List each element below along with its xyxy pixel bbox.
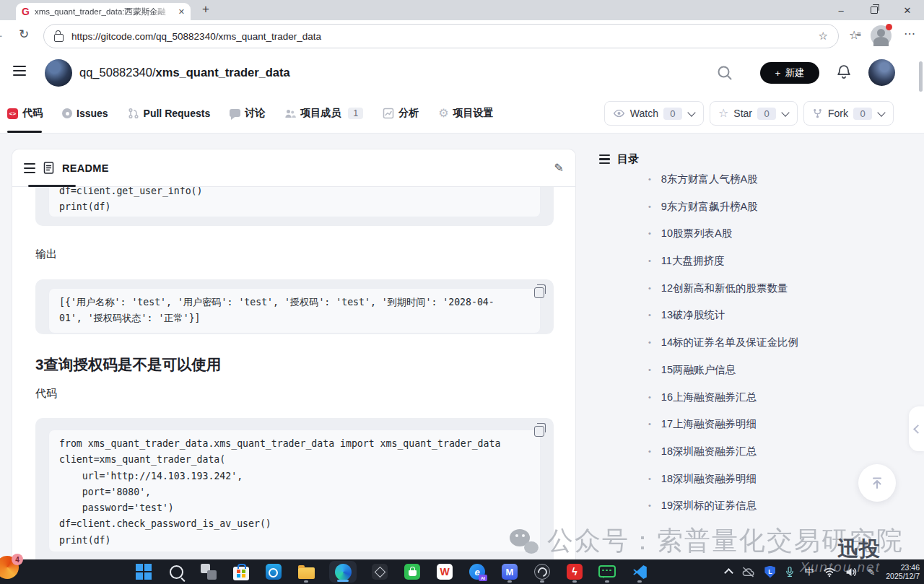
new-button[interactable]: + 新建 xyxy=(760,62,819,84)
watch-button[interactable]: Watch 0 xyxy=(604,101,704,126)
repo-owner[interactable]: qq_50882340/ xyxy=(79,66,156,79)
toc-item[interactable]: 15两融账户信息 xyxy=(648,363,798,391)
repo-avatar[interactable] xyxy=(45,59,72,87)
watch-chevron-icon[interactable] xyxy=(687,108,695,116)
tab-settings[interactable]: ⚙ 项目设置 xyxy=(438,107,493,120)
user-avatar[interactable] xyxy=(868,59,895,86)
edge-icon xyxy=(335,564,352,580)
back-to-top-button[interactable] xyxy=(858,464,896,502)
tab-issues[interactable]: Issues xyxy=(62,108,108,119)
code-icon: <> xyxy=(7,108,18,119)
toc-item[interactable]: 17上海融资融券明细 xyxy=(648,417,798,445)
toc-item[interactable]: 16上海融资融券汇总 xyxy=(648,391,798,418)
fork-chevron-icon[interactable] xyxy=(877,108,885,116)
pull-request-icon xyxy=(128,108,139,119)
start-button[interactable] xyxy=(134,562,153,581)
task-view-button[interactable] xyxy=(199,562,218,581)
toc-item[interactable]: 11大盘拥挤度 xyxy=(648,254,798,282)
restore-icon xyxy=(871,6,878,14)
obs-button[interactable] xyxy=(533,562,552,581)
output-code-block: [{'用户名称': 'test', '用户密码': 'test', '授权码':… xyxy=(35,279,554,334)
code-block-partial: df=client.get_user_info() print(df) xyxy=(35,187,554,226)
site-menu-icon[interactable] xyxy=(13,63,26,79)
red-lightning-app-button[interactable]: ϟ xyxy=(565,562,584,581)
url-text[interactable]: https://gitcode.com/qq_50882340/xms_quan… xyxy=(71,31,321,42)
m-app-button[interactable]: M xyxy=(500,562,519,581)
toc-collapse-button[interactable] xyxy=(909,406,924,451)
edge-button[interactable] xyxy=(329,561,357,583)
bookmark-star-icon[interactable]: ☆ xyxy=(819,30,828,43)
star-button[interactable]: ☆ Star 0 xyxy=(710,101,798,126)
back-icon[interactable]: ← xyxy=(0,27,4,42)
output-code-text[interactable]: [{'用户名称': 'test', '用户密码': 'test', '授权码':… xyxy=(59,295,530,327)
tray-expand-icon[interactable] xyxy=(725,568,734,578)
security-shield-icon[interactable]: L xyxy=(764,566,775,578)
favorites-icon[interactable]: ☆ xyxy=(849,28,863,42)
wps-office-button[interactable]: W xyxy=(435,562,454,581)
main-code-block: from xms_quant_trader_data.xms_quant_tra… xyxy=(35,418,554,559)
search-icon[interactable] xyxy=(716,64,733,82)
taskbar-clock[interactable]: 23:46 2025/12/7 xyxy=(886,563,920,580)
browser-tab[interactable]: G xms_quant_trader_data:西蒙斯金融 ✕ xyxy=(16,3,191,20)
tab-members[interactable]: 项目成员 1 xyxy=(284,107,363,120)
tab-analytics[interactable]: 分析 xyxy=(383,107,419,120)
project-nav: <> 代码 Issues Pull Requests 讨论 项目成员 1 xyxy=(0,94,924,134)
new-tab-button[interactable]: + xyxy=(202,2,209,17)
toc-item[interactable]: 10股票列表A股 xyxy=(648,227,798,254)
browser-profile-avatar[interactable] xyxy=(871,25,892,46)
onedrive-paused-icon[interactable] xyxy=(741,567,755,578)
edit-pencil-icon[interactable]: ✎ xyxy=(554,161,564,175)
green-bag-app-button[interactable] xyxy=(403,562,422,581)
vscode-button[interactable] xyxy=(630,562,649,581)
toc-menu-icon[interactable] xyxy=(599,152,610,166)
repo-title[interactable]: qq_50882340/xms_quant_trader_data xyxy=(79,66,290,79)
running-indicator xyxy=(637,580,642,583)
running-indicator xyxy=(304,580,308,583)
tab-close-icon[interactable]: ✕ xyxy=(178,8,185,16)
address-bar[interactable]: https://gitcode.com/qq_50882340/xms_quan… xyxy=(43,24,839,48)
running-indicator xyxy=(540,580,544,583)
active-app-indicator xyxy=(337,580,349,582)
toc-item[interactable]: 12创新高和新低的股票数量 xyxy=(648,282,798,309)
file-explorer-button[interactable] xyxy=(297,562,315,581)
toc-item[interactable]: 18深圳融资融券汇总 xyxy=(648,445,798,472)
copy-icon[interactable] xyxy=(534,287,544,298)
browser-menu-icon[interactable]: ⋯ xyxy=(904,27,915,40)
restore-button[interactable] xyxy=(858,0,891,20)
tab-discussions[interactable]: 讨论 xyxy=(230,107,265,120)
refresh-icon[interactable]: ↻ xyxy=(19,27,29,42)
page-scrollbar[interactable] xyxy=(919,61,923,92)
taskbar-search-button[interactable] xyxy=(167,562,186,581)
toc-item[interactable]: 18深圳融资融券明细 xyxy=(648,472,798,500)
readme-title[interactable]: README xyxy=(62,162,109,174)
minimize-button[interactable]: – xyxy=(824,0,858,20)
toc-item[interactable]: 13破净股统计 xyxy=(648,308,798,336)
new-button-label: 新建 xyxy=(785,66,804,79)
wechat-icon xyxy=(510,529,539,554)
microsoft-store-button[interactable] xyxy=(232,562,250,581)
toc-item[interactable]: 8东方财富人气榜A股 xyxy=(648,173,798,200)
readme-outline-icon[interactable] xyxy=(24,160,35,176)
notifications-bell-icon[interactable] xyxy=(836,64,852,80)
fork-button[interactable]: Fork 0 xyxy=(803,101,894,126)
tab-pull-requests[interactable]: Pull Requests xyxy=(128,108,211,119)
close-button[interactable]: ✕ xyxy=(891,0,924,20)
tab-members-label: 项目成员 xyxy=(300,107,341,120)
green-chat-app-button[interactable] xyxy=(598,562,616,581)
main-code-text[interactable]: from xms_quant_trader_data.xms_quant_tra… xyxy=(59,436,530,549)
copy-icon[interactable] xyxy=(534,426,544,437)
toc-item[interactable]: 9东方财富飙升榜A股 xyxy=(648,200,798,227)
toc-item[interactable]: 19深圳标的证券信息 xyxy=(648,499,798,526)
toc-item[interactable]: 14标的证券名单及保证金比例 xyxy=(648,336,798,363)
cube-app-icon xyxy=(372,564,388,580)
window-controls: – ✕ xyxy=(824,0,924,20)
ai-browser-button[interactable]: eAI xyxy=(468,562,487,581)
star-chevron-icon[interactable] xyxy=(781,108,789,116)
members-count-badge: 1 xyxy=(348,108,363,119)
tab-code[interactable]: <> 代码 xyxy=(7,107,43,120)
cube-app-button[interactable] xyxy=(370,562,389,581)
repo-name[interactable]: xms_quant_trader_data xyxy=(156,66,290,79)
outlook-button[interactable] xyxy=(264,562,283,581)
code-text[interactable]: df=client.get_user_info() print(df) xyxy=(59,187,530,216)
microphone-icon[interactable] xyxy=(785,566,795,578)
